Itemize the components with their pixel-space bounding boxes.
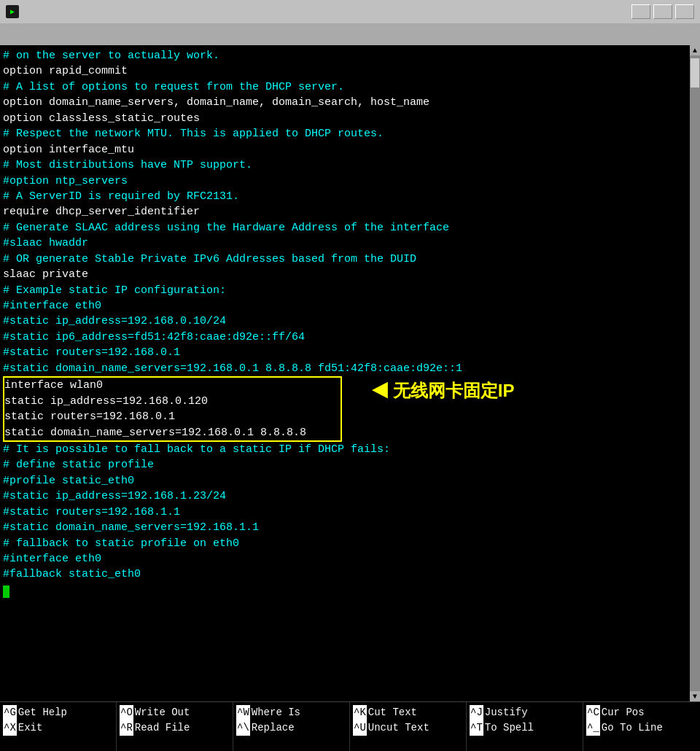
shortcut-label: Cut Text [368,705,417,720]
terminal-line: # A list of options to request from the … [3,79,687,95]
bottom-bar-row[interactable]: ^O Write Out [120,705,190,720]
bottom-bar-row[interactable]: ^X Exit [3,720,42,736]
terminal-line: option rapid_commit [3,63,687,79]
terminal-line: # on the server to actually work. [3,48,687,63]
terminal-line: # define static profile [3,457,687,472]
terminal-line: #slaac hwaddr [3,236,687,251]
shortcut-label: Write Out [135,705,190,720]
terminal-line: #static domain_name_servers=192.168.0.1 … [3,361,687,376]
bottom-bar-row[interactable]: ^R Read File [120,720,190,736]
window-controls[interactable] [631,4,694,19]
shortcut-label: Read File [135,720,190,736]
shortcut-label: To Spell [485,720,534,736]
terminal-line: #profile static_eth0 [3,473,687,489]
shortcut-label: Where Is [252,705,300,720]
terminal-line: #static ip6_address=fd51:42f8:caae:d92e:… [3,330,687,345]
terminal-line: #option ntp_servers [3,174,687,189]
maximize-button[interactable] [653,4,672,19]
bottom-bar-item: ^J Justify^T To Spell [467,702,583,751]
keyboard-shortcut: ^\ [236,720,250,736]
terminal-line: #static routers=192.168.1.1 [3,505,687,520]
close-button[interactable] [675,4,694,19]
shortcut-label: Get Help [18,705,67,720]
keyboard-shortcut: ^O [120,705,133,720]
terminal-line: # fallback to static profile on eth0 [3,536,687,551]
terminal-line: option domain_name_servers, domain_name,… [3,95,687,110]
terminal-line: slaac private [3,267,687,282]
shortcut-label: Uncut Text [368,720,429,736]
scroll-thumb[interactable] [691,58,699,87]
shortcut-label: Cur Pos [602,705,645,720]
bottom-bar-item: ^O Write Out^R Read File [117,702,233,751]
terminal-line [3,583,687,598]
terminal-line: #interface eth0 [3,551,687,567]
terminal-line: # A ServerID is required by RFC2131. [3,189,687,204]
keyboard-shortcut: ^U [353,720,367,736]
keyboard-shortcut: ^C [586,705,600,720]
terminal-line: # It is possible to fall back to a stati… [3,442,687,457]
bottom-bar-row[interactable]: ^_ Go To Line [586,720,663,736]
shortcut-label: Go To Line [602,720,663,736]
bottom-bar-item: ^W Where Is^\ Replace [233,702,350,751]
bottom-bar-item: ^G Get Help^X Exit [0,702,117,751]
keyboard-shortcut: ^W [236,705,250,720]
terminal-icon: ▶ [6,5,19,18]
terminal-line: static ip_address=192.168.0.120 [4,394,341,409]
annotation-arrow: ◄ [372,377,389,405]
terminal-line: static domain_name_servers=192.168.0.1 8… [4,425,341,440]
terminal-line: # OR generate Stable Private IPv6 Addres… [3,252,687,267]
terminal-line: option interface_mtu [3,142,687,157]
terminal-line: require dhcp_server_identifier [3,204,687,219]
terminal-line: # Respect the network MTU. This is appli… [3,126,687,141]
terminal-line: #interface eth0 [3,298,687,314]
keyboard-shortcut: ^X [3,720,17,736]
bottom-bar-row[interactable]: ^G Get Help [3,705,67,720]
bottom-bar-row[interactable]: ^T To Spell [470,720,534,736]
terminal-line: #static ip_address=192.168.0.10/24 [3,314,687,329]
terminal-line: # Generate SLAAC address using the Hardw… [3,220,687,236]
terminal-line: # Most distributions have NTP support. [3,157,687,173]
terminal-content[interactable]: # on the server to actually work.option … [0,45,690,701]
shortcut-label: Exit [18,720,43,736]
bottom-bar-row[interactable]: ^W Where Is [236,705,300,720]
annotation-text: 无线网卡固定IP [393,378,515,404]
scroll-down[interactable]: ▼ [690,691,700,701]
title-bar-left: ▶ [6,5,23,18]
bottom-bar-row[interactable]: ^C Cur Pos [586,705,645,720]
terminal-line: #static routers=192.168.0.1 [3,345,687,360]
bottom-bar-row[interactable]: ^U Uncut Text [353,720,429,736]
keyboard-shortcut: ^T [470,720,483,736]
terminal-line: static routers=192.168.0.1 [4,409,341,424]
bottom-bar-row[interactable]: ^K Cut Text [353,705,417,720]
minimize-button[interactable] [631,4,650,19]
terminal-line: #static domain_name_servers=192.168.1.1 [3,520,687,535]
keyboard-shortcut: ^_ [586,720,600,736]
bottom-bar-item: ^C Cur Pos^_ Go To Line [583,702,700,751]
terminal-line: # Example static IP configuration: [3,283,687,298]
bottom-bar-item: ^K Cut Text^U Uncut Text [350,702,467,751]
bottom-bar: ^G Get Help^X Exit^O Write Out^R Read Fi… [0,701,700,751]
shortcut-label: Replace [252,720,295,736]
annotation: ◄无线网卡固定IP [372,377,515,405]
nano-header [0,23,700,45]
terminal-line: interface wlan0 [4,378,341,393]
scrollbar[interactable]: ▲ ▼ [690,45,700,701]
terminal-wrapper: # on the server to actually work.option … [0,45,700,701]
title-bar: ▶ [0,0,700,23]
bottom-bar-row[interactable]: ^J Justify [470,705,528,720]
scroll-up[interactable]: ▲ [690,45,700,55]
highlight-block: interface wlan0static ip_address=192.168… [3,376,342,442]
terminal-line: #static ip_address=192.168.1.23/24 [3,489,687,504]
keyboard-shortcut: ^G [3,705,17,720]
terminal-line: #fallback static_eth0 [3,567,687,582]
bottom-bar-row[interactable]: ^\ Replace [236,720,295,736]
keyboard-shortcut: ^R [120,720,133,736]
keyboard-shortcut: ^J [470,705,483,720]
terminal-line: option classless_static_routes [3,111,687,126]
shortcut-label: Justify [485,705,528,720]
keyboard-shortcut: ^K [353,705,367,720]
